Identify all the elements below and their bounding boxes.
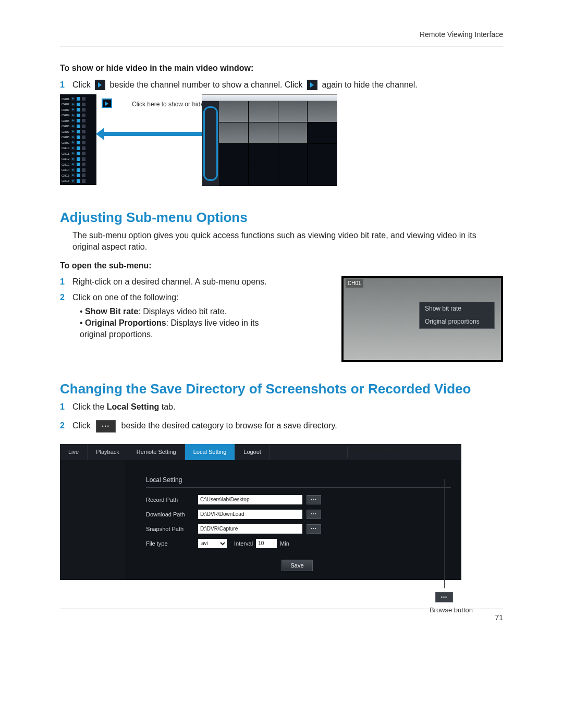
- footer-rule: [60, 609, 503, 609]
- section2-intro: The sub-menu option gives you quick acce…: [72, 230, 503, 252]
- context-menu-item[interactable]: Original proportions: [420, 315, 494, 328]
- heading-submenu: Adjusting Sub-menu Options: [60, 208, 503, 227]
- browse-button[interactable]: [307, 510, 321, 519]
- tab-bar: Live Playback Remote Setting Local Setti…: [60, 444, 461, 460]
- figure-context-menu: CH01 Show bit rate Original proportions: [341, 276, 503, 362]
- snapshot-path-label: Snapshot Path: [146, 525, 198, 533]
- browse-icon: •••: [96, 420, 116, 433]
- step-text: Click ••• beside the desired category to…: [72, 420, 503, 433]
- step-text: Click the Local Setting tab.: [72, 401, 503, 413]
- download-path-input[interactable]: [198, 510, 302, 519]
- figure-local-setting: Local Setting tab Live Playback Remote S…: [60, 444, 503, 580]
- channel-list: CH01 CH02 CH03 CH04 CH05 CH06 CH07 CH08 …: [60, 94, 96, 185]
- callout-line: [347, 447, 348, 458]
- running-head: Remote Viewing Interface: [420, 30, 503, 39]
- step-number: 2: [60, 292, 72, 303]
- viewer-window: [202, 94, 337, 186]
- tab-local-setting[interactable]: Local Setting: [185, 444, 236, 460]
- step-number: 1: [60, 79, 72, 91]
- step-number: 1: [60, 401, 72, 413]
- step-text: Right-click on a desired channel. A sub-…: [72, 276, 271, 288]
- callout-label: Local Setting tab: [348, 443, 399, 452]
- interval-label: Interval: [234, 540, 253, 548]
- step-number: 2: [60, 420, 72, 431]
- browse-icon-callout: [435, 592, 453, 602]
- browse-button[interactable]: [307, 524, 321, 534]
- page-number: 71: [495, 613, 503, 622]
- play-icon: [95, 80, 105, 90]
- step-text: Click on one of the following: Show Bit …: [72, 292, 271, 340]
- tab-live[interactable]: Live: [60, 444, 88, 460]
- step-text: Click beside the channel number to show …: [72, 79, 503, 91]
- figure-channel-viewer: CH01 CH02 CH03 CH04 CH05 CH06 CH07 CH08 …: [60, 94, 503, 196]
- snapshot-path-input[interactable]: [198, 524, 302, 534]
- context-menu: Show bit rate Original proportions: [419, 302, 495, 328]
- callout-arrow: [104, 132, 209, 136]
- interval-unit: Min: [280, 540, 289, 548]
- local-setting-sidebar: [60, 460, 125, 580]
- play-icon-highlighted: [102, 98, 112, 108]
- section2-lead: To open the sub-menu:: [60, 260, 503, 272]
- record-path-label: Record Path: [146, 496, 198, 504]
- tab-logout[interactable]: Logout: [235, 444, 270, 460]
- play-icon: [307, 80, 317, 90]
- tab-remote-setting[interactable]: Remote Setting: [128, 444, 185, 460]
- heading-savedir: Changing the Save Directory of Screensho…: [60, 380, 503, 398]
- filetype-select[interactable]: avi: [198, 539, 227, 548]
- tab-playback[interactable]: Playback: [88, 444, 128, 460]
- save-button[interactable]: Save: [282, 560, 313, 571]
- download-path-label: Download Path: [146, 511, 198, 519]
- header-rule: [60, 46, 503, 46]
- panel-title: Local Setting: [146, 476, 451, 488]
- callout-label: Browse button: [430, 606, 473, 615]
- context-menu-item[interactable]: Show bit rate: [420, 302, 494, 315]
- browse-button[interactable]: [307, 495, 321, 504]
- callout-line: [444, 479, 445, 588]
- interval-input[interactable]: [256, 539, 277, 548]
- section1-lead: To show or hide video in the main video …: [60, 63, 503, 74]
- filetype-label: File type: [146, 540, 198, 548]
- step-number: 1: [60, 276, 72, 288]
- record-path-input[interactable]: [198, 495, 302, 504]
- channel-label: CH01: [346, 279, 363, 288]
